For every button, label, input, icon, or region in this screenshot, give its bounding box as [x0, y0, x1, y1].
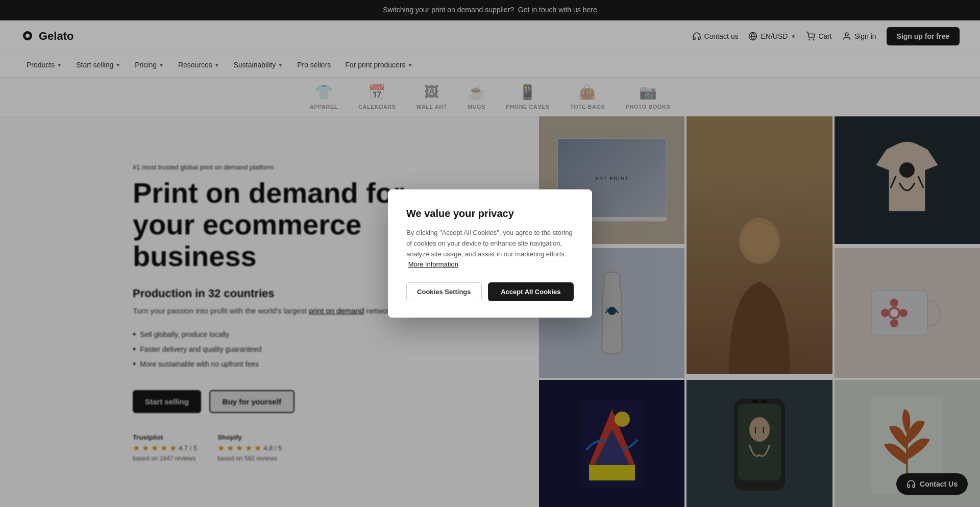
cookie-modal-title: We value your privacy — [406, 208, 574, 220]
cookie-overlay: We value your privacy By clicking "Accep… — [0, 0, 980, 507]
accept-all-cookies-button[interactable]: Accept All Cookies — [488, 282, 574, 301]
cookie-modal: We value your privacy By clicking "Accep… — [388, 189, 592, 318]
more-information-link[interactable]: More Information — [408, 260, 458, 268]
cookies-settings-button[interactable]: Cookies Settings — [406, 282, 482, 301]
cookie-modal-buttons: Cookies Settings Accept All Cookies — [406, 282, 574, 301]
cookie-modal-description: By clicking "Accept All Cookies", you ag… — [406, 228, 574, 270]
cookie-desc-text: By clicking "Accept All Cookies", you ag… — [406, 229, 573, 258]
